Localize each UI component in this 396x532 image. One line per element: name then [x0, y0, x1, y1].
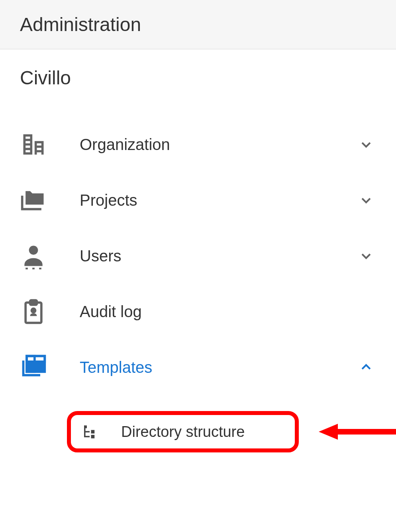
svg-rect-14	[84, 431, 90, 433]
clipboard-icon	[20, 298, 56, 325]
nav-item-users[interactable]: Users	[20, 228, 376, 284]
person-icon	[20, 242, 56, 269]
chevron-down-icon	[356, 249, 376, 263]
nav-label-users: Users	[56, 247, 356, 265]
svg-rect-16	[91, 430, 95, 434]
folders-icon	[20, 187, 56, 214]
sub-item-directory-structure[interactable]: Directory structure	[67, 411, 299, 452]
organization-name: Civillo	[20, 67, 376, 89]
nav-item-audit-log[interactable]: Audit log	[20, 284, 376, 339]
nav-label-projects: Projects	[56, 191, 356, 209]
chevron-down-icon	[356, 138, 376, 151]
svg-point-6	[31, 309, 35, 312]
nav-item-organization[interactable]: Organization	[20, 117, 376, 172]
svg-rect-5	[30, 300, 37, 305]
building-icon	[20, 131, 56, 158]
svg-rect-2	[32, 268, 35, 269]
templates-submenu: Directory structure	[20, 411, 376, 452]
nav-label-templates: Templates	[56, 359, 356, 376]
svg-marker-19	[319, 424, 338, 440]
arrow-left-icon	[319, 422, 396, 442]
nav-item-templates[interactable]: Templates	[20, 339, 376, 395]
chevron-down-icon	[356, 193, 376, 207]
page-header: Administration	[0, 0, 396, 49]
svg-rect-17	[91, 435, 95, 438]
svg-rect-1	[25, 268, 28, 269]
templates-icon	[20, 354, 56, 381]
nav-label-audit-log: Audit log	[56, 303, 356, 321]
nav-item-projects[interactable]: Projects	[20, 172, 376, 228]
svg-point-0	[29, 246, 38, 255]
svg-rect-3	[39, 268, 41, 269]
sidebar-panel: Civillo Organization Projects	[0, 49, 396, 452]
nav-label-organization: Organization	[56, 136, 356, 154]
sub-label-directory-structure: Directory structure	[100, 423, 245, 440]
chevron-up-icon	[356, 361, 376, 374]
tree-icon	[79, 423, 100, 440]
svg-rect-15	[84, 436, 90, 438]
page-title: Administration	[20, 14, 376, 35]
